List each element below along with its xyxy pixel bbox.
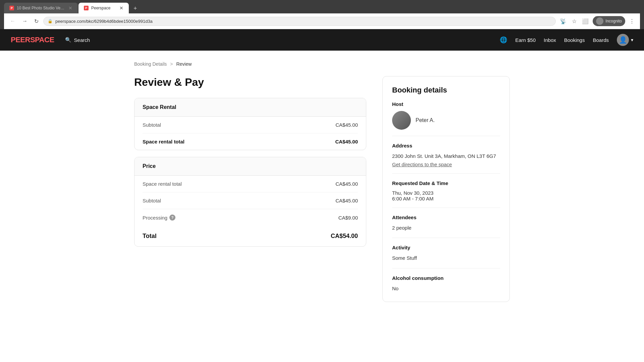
space-rental-total-label: Space rental total — [143, 139, 184, 144]
page-content: PEERSPACE 🔍 Search 🌐 Earn $50 Inbox Book… — [0, 29, 644, 313]
incognito-label: Incognito — [605, 19, 622, 23]
address-section-label: Address — [392, 143, 500, 148]
activity-value: Some Stuff — [392, 254, 500, 262]
profile-button[interactable]: ⬜ — [581, 17, 590, 26]
attendees-section-label: Attendees — [392, 215, 500, 220]
user-avatar: 👤 — [617, 34, 629, 46]
space-rental-section: Space Rental Subtotal CA$45.00 Space ren… — [134, 98, 366, 150]
tab-title-1: 10 Best Photo Studio Venues - — [17, 6, 66, 10]
bookings-link[interactable]: Bookings — [564, 37, 585, 43]
total-row: Total CA$54.00 — [135, 226, 366, 246]
breadcrumb: Booking Details > Review — [134, 61, 510, 67]
alcohol-section-label: Alcohol consumption — [392, 275, 500, 281]
divider-1 — [392, 136, 500, 136]
space-rental-body: Subtotal CA$45.00 Space rental total CA$… — [135, 117, 366, 150]
processing-label-area: Processing ? — [143, 215, 175, 221]
price-rental-total-row: Space rental total CA$45.00 — [143, 176, 358, 192]
attendees-value: 2 people — [392, 224, 500, 232]
space-rental-total-row: Space rental total CA$45.00 — [143, 133, 358, 150]
breadcrumb-link[interactable]: Booking Details — [134, 61, 167, 67]
tab-close-2[interactable]: ✕ — [119, 5, 123, 11]
booking-time: 6:00 AM - 7:00 AM — [392, 196, 500, 201]
breadcrumb-separator: > — [170, 61, 173, 67]
browser-tab-2[interactable]: P Peerspace ✕ — [78, 3, 129, 13]
price-rental-total-label: Space rental total — [143, 181, 182, 187]
browser-toolbar: ← → ↻ 🔒 peerspace.com/bkc/6299b4d6bdee15… — [4, 13, 640, 29]
page-title: Review & Pay — [134, 76, 366, 88]
price-header: Price — [135, 157, 366, 176]
booking-date: Thu, Nov 30, 2023 — [392, 190, 500, 196]
browser-chrome: P 10 Best Photo Studio Venues - ✕ P Peer… — [0, 0, 644, 29]
alcohol-value: No — [392, 285, 500, 293]
price-subtotal-row: Subtotal CA$45.00 — [143, 192, 358, 209]
directions-link[interactable]: Get directions to the space — [392, 162, 500, 167]
divider-2 — [392, 173, 500, 174]
user-menu[interactable]: 👤 ▾ — [617, 34, 633, 46]
site-nav: PEERSPACE 🔍 Search 🌐 Earn $50 Inbox Book… — [0, 29, 644, 51]
new-tab-button[interactable]: + — [131, 4, 140, 13]
host-avatar-image — [392, 111, 411, 130]
cast-button[interactable]: 📡 — [558, 17, 568, 26]
address-text: peerspace.com/bkc/6299b4d6bdee15000e991d… — [55, 19, 551, 24]
inbox-link[interactable]: Inbox — [544, 37, 556, 43]
browser-tab-1[interactable]: P 10 Best Photo Studio Venues - ✕ — [4, 3, 78, 13]
space-rental-header: Space Rental — [135, 98, 366, 117]
price-subtotal-value: CA$45.00 — [335, 198, 358, 203]
divider-3 — [392, 207, 500, 208]
browser-tabs: P 10 Best Photo Studio Venues - ✕ P Peer… — [4, 3, 640, 13]
incognito-indicator: Incognito — [593, 16, 625, 26]
host-avatar — [392, 111, 411, 130]
processing-row: Processing ? CA$9.00 — [143, 209, 358, 226]
user-dropdown-chevron: ▾ — [631, 37, 633, 43]
page-layout: Review & Pay Space Rental Subtotal CA$45… — [134, 76, 510, 302]
activity-section-label: Activity — [392, 245, 500, 250]
price-subtotal-label: Subtotal — [143, 198, 161, 203]
lock-icon: 🔒 — [48, 19, 53, 23]
processing-label: Processing — [143, 215, 167, 221]
search-icon: 🔍 — [65, 37, 71, 43]
subtotal-label: Subtotal — [143, 122, 161, 128]
divider-4 — [392, 238, 500, 238]
boards-link[interactable]: Boards — [593, 37, 609, 43]
earn-link[interactable]: Earn $50 — [515, 37, 536, 43]
total-value: CA$54.00 — [331, 233, 358, 240]
browser-actions: 📡 ☆ ⬜ Incognito ⋮ — [558, 16, 636, 26]
menu-button[interactable]: ⋮ — [628, 17, 636, 26]
processing-info-icon[interactable]: ? — [169, 215, 175, 221]
breadcrumb-current: Review — [176, 61, 192, 67]
booking-details-sidebar: Booking details Host Peter A. Address 23… — [382, 76, 510, 302]
tab-title-2: Peerspace — [91, 6, 110, 10]
space-rental-total-value: CA$45.00 — [335, 139, 358, 144]
globe-icon[interactable]: 🌐 — [500, 36, 507, 44]
host-name: Peter A. — [416, 117, 435, 123]
tab-favicon-1: P — [9, 6, 14, 10]
bookmark-button[interactable]: ☆ — [571, 17, 578, 26]
tab-favicon-2: P — [84, 6, 89, 10]
forward-button[interactable]: → — [20, 17, 30, 25]
incognito-avatar — [596, 17, 603, 25]
site-logo[interactable]: PEERSPACE — [11, 36, 54, 44]
processing-value: CA$9.00 — [338, 215, 358, 221]
sidebar-title: Booking details — [392, 86, 500, 95]
nav-right: 🌐 Earn $50 Inbox Bookings Boards 👤 ▾ — [500, 34, 633, 46]
address-bar[interactable]: 🔒 peerspace.com/bkc/6299b4d6bdee15000e99… — [43, 17, 556, 26]
price-rental-total-value: CA$45.00 — [335, 181, 358, 187]
host-section-label: Host — [392, 101, 500, 107]
back-button[interactable]: ← — [8, 17, 17, 25]
datetime-section-label: Requested Date & Time — [392, 180, 500, 186]
divider-5 — [392, 268, 500, 268]
price-body: Space rental total CA$45.00 Subtotal CA$… — [135, 176, 366, 226]
main-content: Review & Pay Space Rental Subtotal CA$45… — [134, 76, 366, 253]
price-section: Price Space rental total CA$45.00 Subtot… — [134, 157, 366, 247]
search-nav-button[interactable]: 🔍 Search — [65, 37, 90, 43]
address-line: 2300 John St. Unit 3A, Markham, ON L3T 6… — [392, 153, 500, 160]
main-container: Booking Details > Review Review & Pay Sp… — [121, 51, 523, 313]
total-label: Total — [143, 233, 157, 240]
host-row: Peter A. — [392, 111, 500, 130]
refresh-button[interactable]: ↻ — [32, 17, 41, 26]
subtotal-value: CA$45.00 — [335, 122, 358, 128]
tab-close-1[interactable]: ✕ — [68, 5, 72, 11]
subtotal-row: Subtotal CA$45.00 — [143, 117, 358, 133]
